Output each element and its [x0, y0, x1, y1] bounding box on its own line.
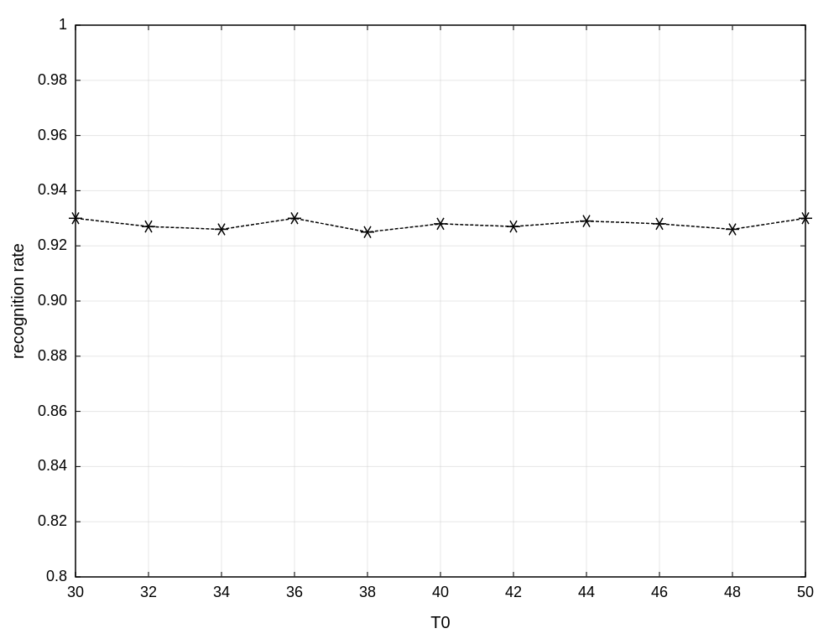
chart-canvas [0, 0, 839, 644]
chart-container [0, 0, 839, 644]
